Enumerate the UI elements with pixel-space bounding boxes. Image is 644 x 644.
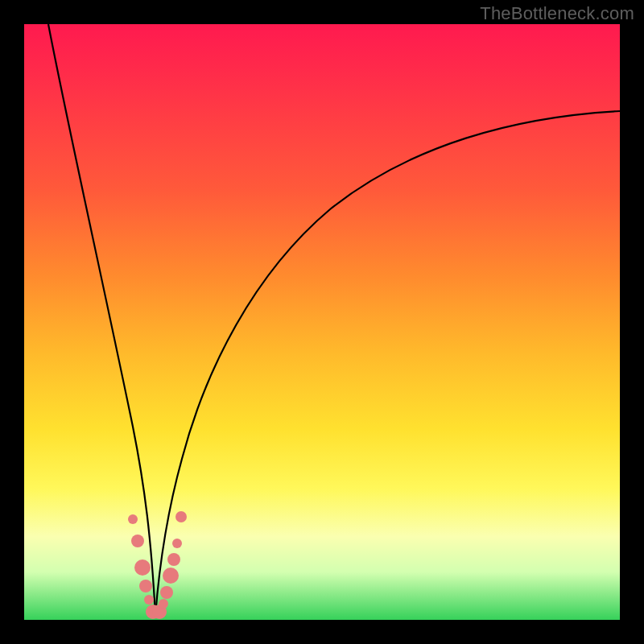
marker-dot: [167, 553, 180, 566]
marker-dot: [175, 511, 187, 522]
marker-dot: [163, 568, 179, 584]
marker-dot: [144, 595, 154, 605]
chart-frame: TheBottleneck.com: [0, 0, 644, 644]
curve-right-branch: [155, 111, 620, 616]
plot-area: [24, 24, 620, 620]
marker-dot: [172, 539, 182, 548]
marker-dot: [139, 580, 152, 592]
curve-left-branch: [48, 24, 155, 616]
marker-cluster: [128, 511, 187, 619]
marker-dot: [160, 586, 173, 599]
curves-svg: [24, 24, 620, 620]
marker-dot: [128, 514, 138, 524]
marker-dot: [159, 599, 168, 609]
watermark-text: TheBottleneck.com: [480, 3, 634, 24]
marker-dot: [134, 559, 151, 576]
marker-dot: [131, 535, 144, 547]
